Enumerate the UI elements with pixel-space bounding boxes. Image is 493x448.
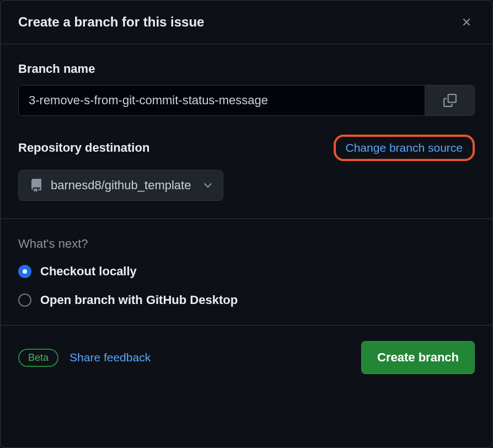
repo-destination-label: Repository destination	[18, 141, 149, 155]
radio-indicator	[18, 294, 31, 307]
beta-badge: Beta	[18, 349, 58, 367]
copy-icon	[443, 94, 457, 107]
close-button[interactable]	[458, 14, 475, 30]
change-source-highlight: Change branch source	[334, 135, 475, 161]
share-feedback-link[interactable]: Share feedback	[69, 351, 151, 364]
whats-next-label: What's next?	[18, 237, 475, 251]
repo-icon	[30, 179, 43, 192]
branch-section: Branch name Repository destination Chang…	[1, 44, 492, 219]
chevron-down-icon	[204, 183, 212, 188]
footer-left: Beta Share feedback	[18, 349, 151, 367]
create-branch-button[interactable]: Create branch	[361, 341, 475, 374]
dialog-footer: Beta Share feedback Create branch	[1, 326, 492, 390]
branch-name-input[interactable]	[18, 85, 425, 116]
radio-label: Open branch with GitHub Desktop	[40, 293, 238, 307]
radio-label: Checkout locally	[40, 264, 137, 279]
radio-checkout-locally[interactable]: Checkout locally	[18, 264, 475, 279]
dialog-header: Create a branch for this issue	[1, 1, 492, 44]
repo-destination-dropdown[interactable]: barnesd8/github_template	[18, 170, 223, 201]
create-branch-dialog: Create a branch for this issue Branch na…	[0, 0, 493, 448]
branch-input-row	[18, 85, 475, 116]
close-icon	[460, 16, 473, 28]
repo-destination-value: barnesd8/github_template	[51, 178, 191, 193]
repo-destination-row: Repository destination Change branch sou…	[18, 135, 475, 161]
whats-next-section: What's next? Checkout locally Open branc…	[1, 219, 492, 326]
radio-open-github-desktop[interactable]: Open branch with GitHub Desktop	[18, 293, 475, 307]
copy-branch-name-button[interactable]	[425, 85, 475, 116]
dialog-title: Create a branch for this issue	[18, 14, 204, 30]
branch-name-label: Branch name	[18, 62, 475, 76]
change-branch-source-button[interactable]: Change branch source	[346, 141, 463, 154]
radio-indicator	[18, 265, 31, 278]
